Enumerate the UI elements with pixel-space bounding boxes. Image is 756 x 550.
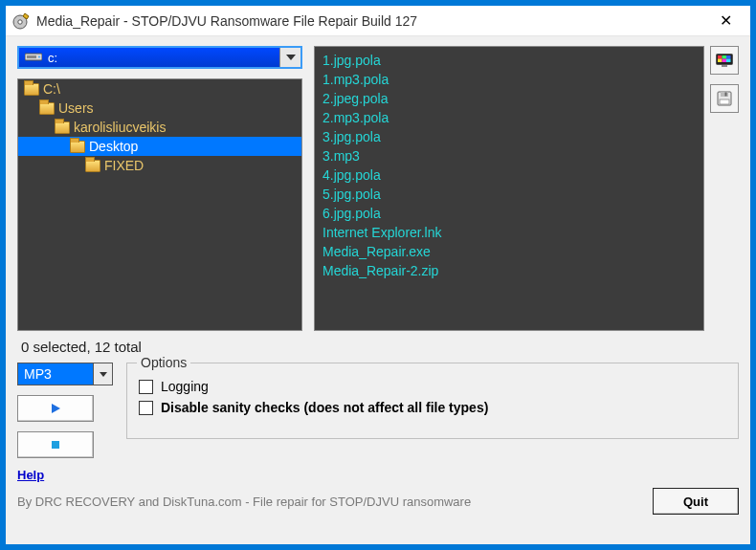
drive-combo[interactable]: c: (17, 46, 302, 69)
footer-row: By DRC RECOVERY and DiskTuna.com - File … (17, 488, 739, 515)
folder-icon (85, 160, 100, 172)
options-group: Options Logging Disable sanity checks (d… (126, 363, 739, 439)
file-list[interactable]: 1.jpg.pola1.mp3.pola2.jpeg.pola2.mp3.pol… (314, 46, 704, 331)
file-list-item[interactable]: 1.jpg.pola (322, 51, 696, 70)
logging-label: Logging (161, 379, 209, 394)
folder-tree[interactable]: C:\UserskarolisliucveikisDesktopFIXED (17, 78, 302, 331)
chevron-down-icon (286, 55, 296, 60)
app-icon (11, 11, 31, 31)
options-legend: Options (137, 355, 190, 370)
play-button[interactable] (17, 395, 94, 422)
folder-icon (24, 83, 39, 96)
close-button[interactable]: ✕ (706, 8, 745, 34)
file-list-item[interactable]: 4.jpg.pola (322, 165, 696, 185)
window-title: Media_Repair - STOP/DJVU Ransomware File… (36, 13, 706, 29)
svg-rect-8 (726, 55, 731, 59)
credits-text: By DRC RECOVERY and DiskTuna.com - File … (17, 495, 471, 509)
tree-item-label: Users (58, 100, 94, 116)
tree-item-label: karolisliucveikis (74, 120, 166, 135)
svg-rect-9 (718, 59, 723, 63)
file-list-item[interactable]: 2.jpeg.pola (322, 89, 696, 108)
file-list-item[interactable]: 1.mp3.pola (322, 70, 696, 89)
disable-sanity-checkbox[interactable] (139, 401, 153, 415)
browse-row: c: C:\UserskarolisliucveikisDesktopFIXED… (17, 46, 739, 331)
svg-rect-7 (723, 55, 727, 59)
disable-sanity-label: Disable sanity checks (does not affect a… (161, 400, 488, 415)
tree-item-label: C:\ (43, 81, 60, 97)
format-combo-arrow[interactable] (93, 363, 112, 385)
lower-row: MP3 Options Logging Disable sa (17, 363, 739, 458)
drive-combo-label: c: (48, 51, 57, 65)
floppy-disk-icon (717, 91, 732, 106)
save-button[interactable] (710, 84, 739, 113)
stop-button[interactable] (17, 431, 94, 458)
help-row: Help (17, 468, 739, 482)
folder-icon (70, 141, 85, 153)
svg-point-1 (18, 19, 22, 23)
drive-combo-body[interactable]: c: (19, 48, 279, 67)
tree-item[interactable]: Desktop (18, 137, 301, 156)
tree-item-label: Desktop (89, 139, 138, 154)
svg-point-4 (38, 55, 40, 57)
tree-item[interactable]: karolisliucveikis (18, 118, 301, 137)
file-list-item[interactable]: 6.jpg.pola (322, 204, 696, 223)
disable-sanity-row: Disable sanity checks (does not affect a… (139, 400, 726, 415)
tree-item[interactable]: C:\ (18, 79, 301, 99)
titlebar: Media_Repair - STOP/DJVU Ransomware File… (6, 6, 750, 36)
file-list-item[interactable]: 3.jpg.pola (322, 127, 696, 146)
right-column: 1.jpg.pola1.mp3.pola2.jpeg.pola2.mp3.pol… (308, 46, 739, 331)
folder-icon (55, 121, 70, 134)
format-combo-label: MP3 (18, 363, 93, 385)
svg-rect-11 (726, 59, 731, 63)
tree-item[interactable]: Users (18, 99, 301, 118)
chevron-down-icon (100, 372, 107, 377)
status-text: 0 selected, 12 total (17, 339, 739, 355)
file-list-item[interactable]: 2.mp3.pola (322, 108, 696, 127)
svg-rect-10 (723, 59, 727, 63)
tree-item-label: FIXED (104, 158, 144, 173)
help-link[interactable]: Help (17, 468, 44, 482)
svg-rect-16 (720, 99, 729, 104)
monitor-icon (716, 54, 733, 67)
play-icon (49, 402, 62, 415)
logging-checkbox[interactable] (139, 380, 153, 394)
svg-rect-15 (725, 93, 727, 97)
file-list-item[interactable]: 5.jpg.pola (322, 185, 696, 204)
svg-rect-6 (718, 55, 723, 59)
quit-button[interactable]: Quit (653, 488, 739, 515)
svg-rect-14 (721, 92, 728, 97)
app-window: Media_Repair - STOP/DJVU Ransomware File… (5, 5, 751, 545)
stop-icon (49, 438, 62, 451)
tree-item[interactable]: FIXED (18, 156, 301, 175)
drive-combo-arrow[interactable] (279, 48, 300, 67)
side-buttons (710, 46, 739, 331)
preview-button[interactable] (710, 46, 739, 75)
svg-rect-3 (27, 55, 36, 58)
format-combo[interactable]: MP3 (17, 363, 113, 385)
format-column: MP3 (17, 363, 113, 458)
file-list-item[interactable]: Media_Repair-2.zip (322, 261, 696, 280)
logging-row: Logging (139, 379, 726, 394)
quit-label: Quit (683, 495, 708, 509)
file-list-item[interactable]: Internet Explorer.lnk (322, 223, 696, 242)
file-list-item[interactable]: Media_Repair.exe (322, 242, 696, 261)
folder-icon (39, 102, 55, 115)
file-list-item[interactable]: 3.mp3 (322, 146, 696, 165)
svg-rect-12 (722, 65, 727, 67)
svg-marker-17 (52, 404, 60, 413)
left-column: c: C:\UserskarolisliucveikisDesktopFIXED (17, 46, 302, 331)
drive-icon (25, 51, 42, 65)
svg-rect-18 (52, 441, 59, 449)
client-area: c: C:\UserskarolisliucveikisDesktopFIXED… (6, 36, 750, 544)
